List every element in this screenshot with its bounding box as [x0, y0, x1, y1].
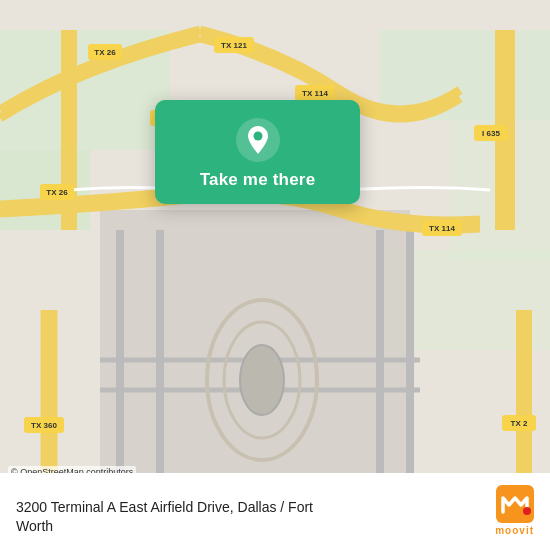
svg-text:TX 26: TX 26	[46, 188, 68, 197]
svg-text:TX 26: TX 26	[94, 48, 116, 57]
svg-text:I 635: I 635	[482, 129, 500, 138]
location-pin-icon	[236, 118, 280, 162]
moovit-icon	[496, 485, 534, 523]
popup-label: Take me there	[200, 170, 316, 190]
address-text: 3200 Terminal A East Airfield Drive, Dal…	[16, 498, 313, 536]
svg-text:TX 114: TX 114	[429, 224, 455, 233]
svg-text:TX 121: TX 121	[221, 41, 247, 50]
svg-text:TX 2: TX 2	[511, 419, 528, 428]
svg-text:TX 114: TX 114	[302, 89, 328, 98]
svg-point-35	[253, 132, 262, 141]
svg-point-37	[523, 507, 531, 515]
svg-point-15	[240, 345, 284, 415]
map-container: TX 26 TX 121 TX 114 I 635 TX 114 TX 26 T…	[0, 0, 550, 550]
moovit-logo: moovit	[495, 485, 534, 536]
svg-text:TX 360: TX 360	[31, 421, 57, 430]
moovit-text: moovit	[495, 525, 534, 536]
bottom-bar: 3200 Terminal A East Airfield Drive, Dal…	[0, 473, 550, 550]
popup-card[interactable]: Take me there	[155, 100, 360, 204]
